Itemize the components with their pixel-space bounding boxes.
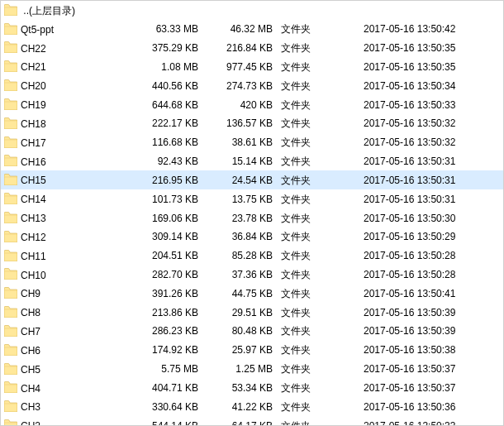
table-row[interactable]: CH3330.64 KB41.22 KB文件夹2017-05-16 13:50:… [1,397,503,416]
file-name: CH2 [21,420,40,426]
file-name: CH22 [21,42,46,54]
file-type: 文件夹 [278,152,335,171]
file-list: ..(上层目录) Qt5-ppt63.33 MB46.32 MB文件夹2017-… [1,1,503,426]
file-type: 文件夹 [278,20,335,39]
size-compressed: 977.45 KB [203,57,278,76]
size-compressed: 64.17 KB [203,416,278,426]
table-row[interactable]: CH15216.95 KB24.54 KB文件夹2017-05-16 13:50… [1,170,503,189]
size-original: 169.06 KB [129,208,203,227]
file-type: 文件夹 [278,303,335,322]
table-row[interactable]: CH22375.29 KB216.84 KB文件夹2017-05-16 13:5… [1,39,503,58]
parent-dir-row[interactable]: ..(上层目录) [1,1,503,20]
size-compressed: 1.25 MB [203,360,278,379]
size-compressed: 13.75 KB [203,189,278,208]
table-row[interactable]: CH9391.26 KB44.75 KB文件夹2017-05-16 13:50:… [1,284,503,303]
file-type: 文件夹 [278,379,335,398]
size-compressed: 420 KB [203,95,278,114]
file-type: 文件夹 [278,39,335,58]
file-name: CH6 [21,345,40,357]
size-compressed: 15.14 KB [203,152,278,171]
file-name: CH12 [21,232,46,243]
file-name: CH4 [21,382,40,394]
file-date: 2017-05-16 13:50:39 [360,303,503,322]
size-original: 282.70 KB [129,266,203,285]
file-date: 2017-05-16 13:50:39 [360,322,503,341]
size-original: 204.51 KB [129,247,203,266]
size-original: 174.92 KB [129,341,203,360]
size-original: 101.73 KB [129,189,203,208]
folder-icon [4,4,17,16]
folder-icon [4,400,17,412]
file-name: CH14 [21,194,46,205]
file-date: 2017-05-16 13:50:37 [360,379,503,398]
size-original: 330.64 KB [129,397,203,416]
size-original: 92.43 KB [129,152,203,171]
size-original: 286.23 KB [129,322,203,341]
file-name: CH18 [21,118,46,130]
file-name: CH16 [21,156,46,167]
file-name: CH15 [21,175,46,186]
table-row[interactable]: CH8213.86 KB29.51 KB文件夹2017-05-16 13:50:… [1,303,503,322]
folder-icon [4,344,17,356]
table-row[interactable]: CH2544.14 KB64.17 KB文件夹2017-05-16 13:50:… [1,416,503,426]
size-original: 213.86 KB [129,303,203,322]
file-type: 文件夹 [278,397,335,416]
table-row[interactable]: CH6174.92 KB25.97 KB文件夹2017-05-16 13:50:… [1,341,503,360]
table-row[interactable]: CH211.08 MB977.45 KB文件夹2017-05-16 13:50:… [1,57,503,76]
file-date: 2017-05-16 13:50:30 [360,208,503,227]
file-date: 2017-05-16 13:50:42 [360,20,503,39]
table-row[interactable]: CH13169.06 KB23.78 KB文件夹2017-05-16 13:50… [1,208,503,227]
table-row[interactable]: CH10282.70 KB37.36 KB文件夹2017-05-16 13:50… [1,266,503,285]
table-row[interactable]: CH1692.43 KB15.14 KB文件夹2017-05-16 13:50:… [1,152,503,171]
file-type: 文件夹 [278,133,335,152]
size-original: 116.68 KB [129,133,203,152]
table-row[interactable]: CH17116.68 KB38.61 KB文件夹2017-05-16 13:50… [1,133,503,152]
file-name: Qt5-ppt [21,24,54,36]
table-row[interactable]: CH11204.51 KB85.28 KB文件夹2017-05-16 13:50… [1,247,503,266]
file-date: 2017-05-16 13:50:32 [360,133,503,152]
table-row[interactable]: CH55.75 MB1.25 MB文件夹2017-05-16 13:50:37 [1,360,503,379]
file-type: 文件夹 [278,57,335,76]
table-row[interactable]: CH19644.68 KB420 KB文件夹2017-05-16 13:50:3… [1,95,503,114]
file-type: 文件夹 [278,416,335,426]
table-row[interactable]: CH14101.73 KB13.75 KB文件夹2017-05-16 13:50… [1,189,503,208]
file-name: CH19 [21,99,46,111]
size-original: 63.33 MB [129,20,203,39]
folder-icon [4,212,17,223]
file-name: CH17 [21,137,46,149]
file-date: 2017-05-16 13:50:31 [360,152,503,171]
file-type: 文件夹 [278,341,335,360]
table-row[interactable]: CH20440.56 KB274.73 KB文件夹2017-05-16 13:5… [1,76,503,95]
table-row[interactable]: CH12309.14 KB36.84 KB文件夹2017-05-16 13:50… [1,227,503,247]
folder-icon [4,381,17,393]
file-name: CH10 [21,269,46,280]
table-row[interactable]: CH18222.17 KB136.57 KB文件夹2017-05-16 13:5… [1,114,503,133]
size-original: 544.14 KB [129,416,203,426]
folder-icon [4,136,17,148]
file-type: 文件夹 [278,76,335,95]
table-row[interactable]: Qt5-ppt63.33 MB46.32 MB文件夹2017-05-16 13:… [1,20,503,39]
folder-icon [4,23,17,35]
size-compressed: 23.78 KB [203,208,278,227]
table-row[interactable]: CH7286.23 KB80.48 KB文件夹2017-05-16 13:50:… [1,322,503,341]
folder-icon [4,117,17,129]
file-name: CH8 [21,307,40,318]
folder-icon [4,363,17,375]
file-date: 2017-05-16 13:50:33 [360,416,503,426]
parent-dir-label: ..(上层目录) [23,5,75,17]
size-original: 644.68 KB [129,95,203,114]
folder-icon [4,325,17,337]
folder-icon [4,41,17,53]
size-compressed: 80.48 KB [203,322,278,341]
file-type: 文件夹 [278,208,335,227]
table-row[interactable]: CH4404.71 KB53.34 KB文件夹2017-05-16 13:50:… [1,379,503,398]
size-compressed: 274.73 KB [203,76,278,95]
size-compressed: 25.97 KB [203,341,278,360]
file-date: 2017-05-16 13:50:41 [360,284,503,303]
folder-icon [4,79,17,91]
size-compressed: 46.32 MB [203,20,278,39]
file-name: CH9 [21,288,40,299]
file-date: 2017-05-16 13:50:37 [360,360,503,379]
file-date: 2017-05-16 13:50:34 [360,76,503,95]
size-original: 222.17 KB [129,114,203,133]
